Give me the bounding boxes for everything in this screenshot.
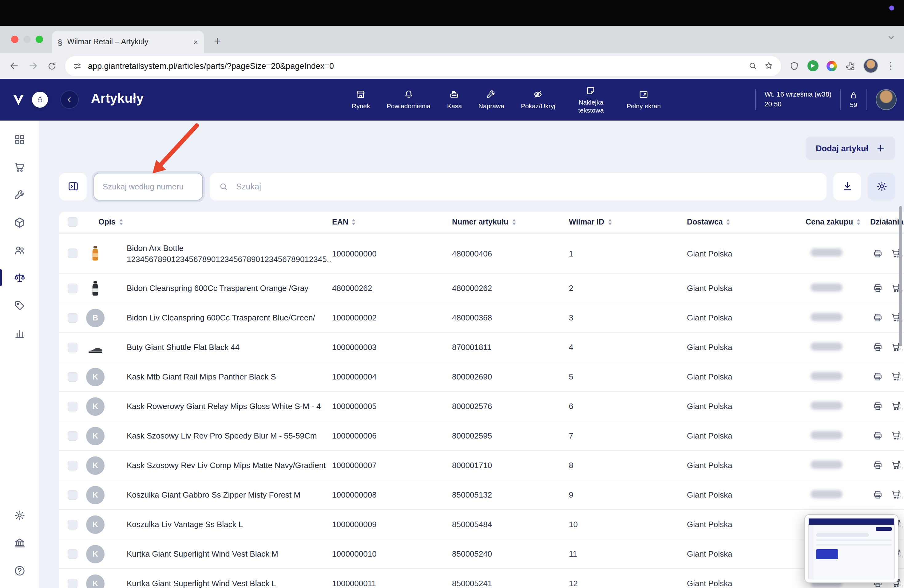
table-row[interactable]: Bidon Cleanspring 600Cc Trasparent Orang… (59, 273, 904, 303)
column-header-ean[interactable]: EAN (332, 218, 452, 226)
table-row[interactable]: Bidon Arx Bottle 12345678901234567890123… (59, 233, 904, 273)
extension-play-icon[interactable]: ▶ (808, 60, 819, 71)
column-header-opis[interactable]: Opis (86, 218, 332, 226)
search-field[interactable] (210, 172, 827, 200)
sort-icon[interactable] (119, 219, 123, 225)
row-checkbox[interactable] (68, 490, 77, 500)
window-close-button[interactable] (11, 36, 19, 43)
zoom-icon[interactable] (748, 61, 758, 71)
table-row[interactable]: Buty Giant Shuttle Flat Black 44 1000000… (59, 332, 904, 362)
nav-item-naklejka-tekstowa[interactable]: Naklejka tekstowa (572, 86, 610, 114)
browser-tab[interactable]: § Wilmar Retail – Artykuły × (52, 31, 204, 53)
row-checkbox[interactable] (68, 549, 77, 559)
sort-icon[interactable] (608, 219, 612, 225)
print-label-icon[interactable] (872, 401, 883, 411)
sort-icon[interactable] (857, 219, 860, 225)
table-row[interactable]: B Bidon Liv Cleanspring 600Cc Trasparent… (59, 303, 904, 332)
table-row[interactable]: K Kask Mtb Giant Rail Mips Panther Black… (59, 362, 904, 391)
table-row[interactable]: K Kask Rowerowy Giant Relay Mips Gloss W… (59, 391, 904, 421)
nav-item-naprawa[interactable]: Naprawa (479, 90, 504, 110)
back-icon[interactable] (9, 60, 20, 71)
column-header-wilmar-id[interactable]: Wilmar ID (569, 218, 687, 226)
sidebar-item-company-bank[interactable] (0, 529, 40, 556)
sort-icon[interactable] (727, 219, 730, 225)
screenshot-preview-thumbnail[interactable] (804, 514, 898, 583)
lock-counter[interactable]: 59 (849, 91, 858, 108)
table-row[interactable]: K Kurtka Giant Superlight Wind Vest Blac… (59, 539, 904, 568)
table-row[interactable]: K Kurtka Giant Superlight Wind Vest Blac… (59, 568, 904, 588)
bookmark-star-icon[interactable] (764, 61, 774, 71)
row-checkbox[interactable] (68, 579, 77, 588)
table-row[interactable]: K Kask Szosowy Rev Liv Comp Mips Matte N… (59, 450, 904, 480)
tab-search-chevron-icon[interactable] (887, 33, 895, 42)
sidebar-item-customers[interactable] (0, 236, 40, 264)
extensions-puzzle-icon[interactable] (845, 60, 855, 71)
print-label-icon[interactable] (872, 371, 883, 382)
sidebar-item-sales-cart[interactable] (0, 153, 40, 181)
sort-icon[interactable] (512, 219, 516, 225)
user-avatar[interactable] (876, 89, 897, 110)
sidebar-item-settings-gear[interactable] (0, 501, 40, 529)
row-checkbox[interactable] (68, 401, 77, 411)
cell-numer: 800002576 (452, 401, 569, 411)
new-tab-button[interactable]: + (214, 32, 221, 51)
reload-icon[interactable] (47, 60, 57, 71)
sidebar-item-reports-chart[interactable] (0, 319, 40, 347)
row-checkbox[interactable] (68, 372, 77, 382)
nav-item-rynek[interactable]: Rynek (352, 90, 370, 110)
extension-snowflake-icon[interactable] (827, 60, 837, 71)
row-checkbox[interactable] (68, 248, 77, 258)
add-article-button[interactable]: Dodaj artykuł (806, 136, 895, 160)
row-checkbox[interactable] (68, 342, 77, 352)
row-checkbox[interactable] (68, 460, 77, 470)
window-zoom-button[interactable] (36, 36, 43, 43)
sidebar-item-dashboard[interactable] (0, 125, 40, 153)
sidebar-pin-lock-button[interactable] (32, 92, 48, 107)
export-download-button[interactable] (833, 172, 861, 200)
sidebar-item-discounts-tag[interactable] (0, 292, 40, 319)
nav-item-powiadomienia[interactable]: Powiadomienia (387, 90, 430, 110)
table-row[interactable]: K Koszulka Liv Vantage Ss Black L 100000… (59, 509, 904, 539)
browser-menu-icon[interactable]: ⋮ (886, 60, 895, 71)
browser-profile-avatar[interactable] (863, 58, 878, 73)
window-minimize-button[interactable] (24, 36, 31, 43)
table-row[interactable]: K Kask Szosowy Liv Rev Pro Speedy Blur M… (59, 421, 904, 450)
nav-item-pelny-ekran[interactable]: Pełny ekran (627, 90, 661, 110)
table-row[interactable]: K Koszulka Giant Gabbro Ss Zipper Misty … (59, 480, 904, 509)
sidebar-item-help[interactable] (0, 556, 40, 584)
sort-icon[interactable] (352, 219, 356, 225)
print-label-icon[interactable] (872, 283, 883, 293)
back-button[interactable] (60, 90, 79, 109)
nav-item-pokaz-ukryj[interactable]: Pokaż/Ukryj (521, 90, 555, 110)
url-text[interactable]: app.giantretailsystem.pl/articles/parts/… (88, 61, 742, 70)
vertical-scrollbar[interactable] (899, 206, 902, 346)
search-by-number-input[interactable] (93, 172, 203, 200)
search-input[interactable] (235, 181, 818, 191)
select-all-checkbox[interactable] (68, 217, 77, 227)
print-label-icon[interactable] (872, 430, 883, 441)
column-header-cena-zakupu[interactable]: Cena zakupu (806, 218, 870, 226)
site-settings-icon[interactable] (73, 61, 82, 70)
forward-icon[interactable] (28, 60, 39, 71)
sidebar-item-service-wrench[interactable] (0, 181, 40, 209)
privacy-shield-icon[interactable] (789, 60, 800, 71)
address-bar[interactable]: app.giantretailsystem.pl/articles/parts/… (65, 56, 781, 76)
row-checkbox[interactable] (68, 431, 77, 441)
sidebar-item-articles-scale[interactable] (0, 264, 40, 292)
tab-close-icon[interactable]: × (193, 37, 198, 46)
print-label-icon[interactable] (872, 248, 883, 259)
nav-item-kasa[interactable]: Kasa (447, 90, 462, 110)
column-header-numer-artykulu[interactable]: Numer artykułu (452, 218, 569, 226)
row-checkbox[interactable] (68, 519, 77, 529)
print-label-icon[interactable] (872, 490, 883, 500)
panel-toggle-button[interactable] (59, 172, 87, 200)
row-checkbox[interactable] (68, 283, 77, 293)
row-checkbox[interactable] (68, 313, 77, 322)
print-label-icon[interactable] (872, 460, 883, 471)
column-header-dostawca[interactable]: Dostawca (687, 218, 806, 226)
print-label-icon[interactable] (872, 342, 883, 352)
table-settings-gear-button[interactable] (868, 172, 895, 200)
cell-numer: 850005241 (452, 579, 569, 588)
sidebar-item-products-box[interactable] (0, 209, 40, 236)
print-label-icon[interactable] (872, 313, 883, 323)
